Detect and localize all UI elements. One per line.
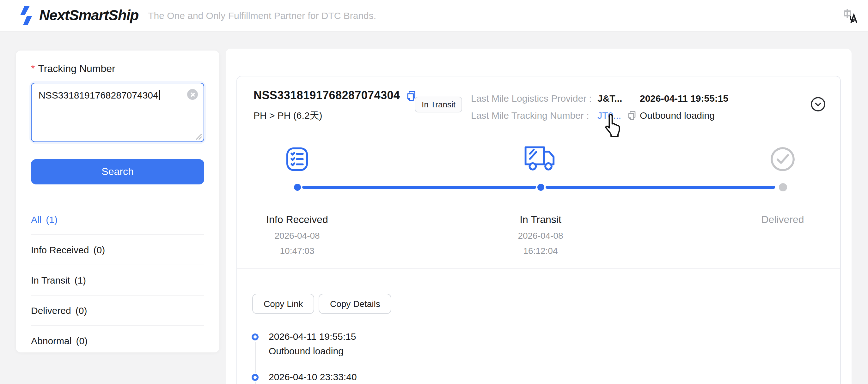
check-circle-icon <box>770 146 795 172</box>
last-mile-info: Last Mile Logistics Provider : J&T... La… <box>471 90 636 124</box>
filter-abnormal[interactable]: Abnormal (0) <box>31 326 204 356</box>
status-badge: In Transit <box>415 97 462 112</box>
progress-dot-delivered <box>779 183 787 191</box>
last-mile-tracking-label: Last Mile Tracking Number : <box>471 110 597 120</box>
shipment-header: NSS3318191768287074304 <box>253 89 416 102</box>
timeline-dot <box>252 334 258 341</box>
search-button[interactable]: Search <box>31 159 204 184</box>
brand-tagline: The One and Only Fulfillment Partner for… <box>148 10 376 21</box>
filter-delivered[interactable]: Delivered (0) <box>31 295 204 326</box>
filter-count: (1) <box>74 275 86 285</box>
last-mile-provider-label: Last Mile Logistics Provider : <box>471 93 597 104</box>
copy-last-mile-number-icon[interactable] <box>627 110 636 120</box>
expand-card-button[interactable] <box>810 97 826 112</box>
required-asterisk: * <box>31 63 35 74</box>
order-list-icon <box>284 146 310 172</box>
copy-details-button[interactable]: Copy Details <box>319 294 392 314</box>
filter-in-transit[interactable]: In Transit (1) <box>31 265 204 295</box>
filter-info-received[interactable]: Info Received (0) <box>31 235 204 265</box>
stage-in-transit: In Transit 2026-04-08 16:12:04 <box>477 214 604 256</box>
last-mile-provider-value: J&T... <box>597 93 622 104</box>
translate-icon <box>843 8 858 23</box>
lightning-bolt-icon <box>19 6 33 25</box>
latest-event-time: 2026-04-11 19:55:15 <box>640 90 728 107</box>
stage-info-received: Info Received 2026-04-08 10:47:03 <box>234 214 360 256</box>
last-mile-tracking-link[interactable]: JT0... <box>597 110 621 120</box>
resize-handle-icon[interactable] <box>196 134 202 140</box>
tracking-number-input[interactable]: NSS3318191768287074304 <box>31 83 204 142</box>
card-divider <box>237 269 840 269</box>
progress-dot-in-transit <box>537 184 544 191</box>
stage-delivered: Delivered <box>719 214 846 225</box>
progress-line-segment <box>302 186 536 188</box>
filter-count: (0) <box>75 305 87 316</box>
tracking-number-input-value: NSS3318191768287074304 <box>38 90 158 100</box>
timeline-connector <box>254 342 256 373</box>
copy-link-button[interactable]: Copy Link <box>252 294 314 314</box>
filter-all[interactable]: All (1) <box>31 205 204 235</box>
filter-count: (0) <box>76 335 88 346</box>
app-header: NextSmartShip The One and Only Fulfillme… <box>0 0 868 32</box>
filter-count: (1) <box>46 214 58 225</box>
stage-date: 2026-04-08 <box>234 231 360 241</box>
shipment-route: PH > PH (6.2天) <box>253 110 322 122</box>
latest-event: 2026-04-11 19:55:15 Outbound loading <box>640 90 728 124</box>
stage-date: 2026-04-08 <box>477 231 604 241</box>
shipment-card: NSS3318191768287074304 PH > PH (6.2天) In… <box>237 76 841 384</box>
filter-count: (0) <box>93 244 105 255</box>
event-time: 2026-04-10 23:33:40 <box>269 371 357 382</box>
brand-logo[interactable]: NextSmartShip <box>19 6 138 25</box>
latest-event-desc: Outbound loading <box>640 107 728 124</box>
truck-icon <box>524 146 556 171</box>
progress-line-segment <box>546 186 775 188</box>
shipment-tracking-number: NSS3318191768287074304 <box>253 89 400 102</box>
stage-time: 16:12:04 <box>477 246 604 256</box>
page: NextSmartShip The One and Only Fulfillme… <box>0 0 868 384</box>
text-caret <box>159 90 160 100</box>
clear-input-icon[interactable] <box>187 89 198 100</box>
brand-name: NextSmartShip <box>39 7 138 24</box>
timeline-dot <box>252 374 258 381</box>
event-time: 2026-04-11 19:55:15 <box>269 331 356 342</box>
timeline-connector <box>254 382 256 384</box>
stage-time: 10:47:03 <box>234 246 360 256</box>
chevron-down-circle-icon <box>810 97 826 112</box>
event-desc: Outbound loading <box>269 346 344 356</box>
search-panel: *Tracking Number NSS3318191768287074304 … <box>16 50 219 352</box>
progress-dot-info-received <box>293 184 301 191</box>
tracking-number-label: *Tracking Number <box>31 63 204 74</box>
status-filter-list: All (1) Info Received (0) In Transit (1)… <box>31 205 204 356</box>
language-switch-button[interactable] <box>843 8 858 23</box>
